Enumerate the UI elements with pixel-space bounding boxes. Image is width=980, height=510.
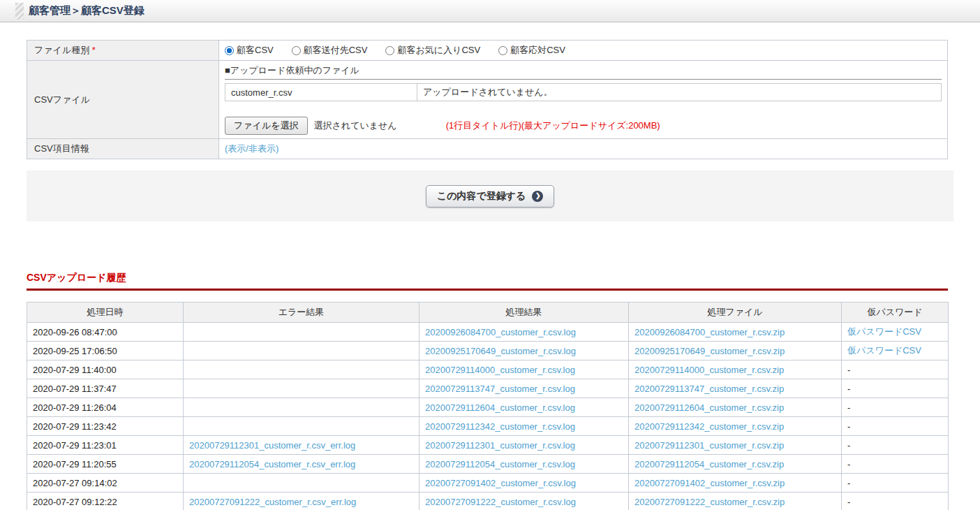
history-section-title: CSVアップロード履歴 <box>27 272 948 284</box>
history-title-rule <box>27 289 948 291</box>
history-row: 2020-09-25 17:06:5020200925170649_custom… <box>27 342 949 360</box>
radio-option-label: 顧客送付先CSV <box>304 44 368 57</box>
cell-process-result: 20200729112054_customer_r.csv.log <box>420 455 629 474</box>
upload-history-table: 処理日時エラー結果処理結果処理ファイル仮パスワード 2020-09-26 08:… <box>27 302 949 510</box>
cell-temp-password: - <box>842 493 949 510</box>
cell-processed-datetime: 2020-07-29 11:23:01 <box>27 436 184 455</box>
cell-process-file-link[interactable]: 20200729112301_customer_r.csv.zip <box>634 440 784 451</box>
file-type-label-cell: ファイル種別 * <box>27 41 219 61</box>
cell-error-result <box>184 342 420 360</box>
cell-processed-datetime: 2020-07-27 09:12:22 <box>27 493 184 510</box>
pending-upload-header: ■アップロード依頼中のファイル <box>225 64 942 80</box>
cell-error-result-link[interactable]: 20200729112054_customer_r.csv_err.log <box>189 459 355 469</box>
cell-temp-password: 仮パスワードCSV <box>842 342 949 360</box>
cell-process-file-link[interactable]: 20200926084700_customer_r.csv.zip <box>634 327 785 337</box>
history-header-row: 処理日時エラー結果処理結果処理ファイル仮パスワード <box>27 303 949 323</box>
cell-error-result-link[interactable]: 20200729112301_customer_r.csv_err.log <box>189 440 355 451</box>
cell-temp-password-link[interactable]: 仮パスワードCSV <box>847 345 921 356</box>
cell-processed-datetime: 2020-07-29 11:37:47 <box>27 379 184 398</box>
radio-unchecked-icon[interactable] <box>385 46 394 55</box>
cell-error-result: 20200729112054_customer_r.csv_err.log <box>184 455 420 474</box>
cell-temp-password: - <box>842 398 949 417</box>
pending-file-row: customer_r.csv アップロードされていません。 <box>225 84 942 101</box>
pending-file-status: アップロードされていません。 <box>417 84 942 101</box>
file-type-option-3[interactable]: 顧客お気に入りCSV <box>385 44 480 57</box>
cell-process-file: 20200729112054_customer_r.csv.zip <box>629 455 842 474</box>
cell-error-result: 20200727091222_customer_r.csv_err.log <box>184 493 420 510</box>
cell-process-file-link[interactable]: 20200729113747_customer_r.csv.zip <box>634 384 784 394</box>
file-type-radio-group: 顧客CSV顧客送付先CSV顧客お気に入りCSV顧客応対CSV <box>225 44 942 57</box>
history-column-header-2: エラー結果 <box>184 303 420 323</box>
csv-upload-form: ファイル種別 * 顧客CSV顧客送付先CSV顧客お気に入りCSV顧客応対CSV … <box>27 40 948 159</box>
cell-process-file: 20200727091222_customer_r.csv.zip <box>629 493 842 510</box>
cell-process-file-link[interactable]: 20200925170649_customer_r.csv.zip <box>634 346 785 356</box>
submit-band: この内容で登録する ❯ <box>27 170 953 221</box>
file-type-option-4[interactable]: 顧客応対CSV <box>498 44 565 57</box>
cell-process-file-link[interactable]: 20200729112604_customer_r.csv.zip <box>634 402 784 413</box>
cell-process-file-link[interactable]: 20200727091222_customer_r.csv.zip <box>634 497 785 507</box>
history-row: 2020-07-27 09:12:2220200727091222_custom… <box>27 493 949 510</box>
cell-error-result <box>184 360 420 379</box>
file-type-option-2[interactable]: 顧客送付先CSV <box>292 44 368 57</box>
cell-process-file-link[interactable]: 20200727091402_customer_r.csv.zip <box>634 478 785 488</box>
history-column-header-1: 処理日時 <box>27 303 184 323</box>
cell-processed-datetime: 2020-09-26 08:47:00 <box>27 323 184 342</box>
cell-process-file: 20200729112301_customer_r.csv.zip <box>629 436 842 455</box>
show-hide-toggle-link[interactable]: (表示/非表示) <box>225 143 279 154</box>
csv-item-info-label: CSV項目情報 <box>34 143 89 154</box>
upload-size-note: (1行目タイトル行)(最大アップロードサイズ:200MB) <box>446 119 660 132</box>
cell-process-result-link[interactable]: 20200729112054_customer_r.csv.log <box>425 459 575 469</box>
radio-unchecked-icon[interactable] <box>498 46 507 55</box>
page-header: 顧客管理＞顧客CSV登録 <box>0 0 980 22</box>
history-row: 2020-09-26 08:47:0020200926084700_custom… <box>27 323 949 342</box>
cell-temp-password: - <box>842 379 949 398</box>
cell-error-result-link[interactable]: 20200727091222_customer_r.csv_err.log <box>189 497 356 507</box>
radio-option-label: 顧客応対CSV <box>510 44 565 57</box>
cell-processed-datetime: 2020-07-27 09:14:02 <box>27 474 184 493</box>
cell-process-result: 20200727091402_customer_r.csv.log <box>420 474 629 493</box>
cell-process-result: 20200729112301_customer_r.csv.log <box>420 436 629 455</box>
cell-temp-password-link[interactable]: 仮パスワードCSV <box>847 326 921 337</box>
cell-temp-password: - <box>842 455 949 474</box>
history-row: 2020-07-29 11:23:0120200729112301_custom… <box>27 436 949 455</box>
cell-process-result-link[interactable]: 20200727091402_customer_r.csv.log <box>425 478 576 488</box>
cell-processed-datetime: 2020-07-29 11:20:55 <box>27 455 184 474</box>
cell-error-result: 20200729112301_customer_r.csv_err.log <box>184 436 420 455</box>
csv-file-content-cell: ■アップロード依頼中のファイル customer_r.csv アップロードされて… <box>219 61 948 139</box>
file-type-label: ファイル種別 <box>34 45 89 55</box>
cell-process-result-link[interactable]: 20200729114000_customer_r.csv.log <box>425 365 575 375</box>
radio-checked-icon[interactable] <box>225 46 234 55</box>
cell-process-result-link[interactable]: 20200729112301_customer_r.csv.log <box>425 440 575 451</box>
cell-error-result <box>184 474 420 493</box>
cell-process-result-link[interactable]: 20200926084700_customer_r.csv.log <box>425 327 576 337</box>
cell-process-result-link[interactable]: 20200729113747_customer_r.csv.log <box>425 384 575 394</box>
csv-file-label-cell: CSVファイル <box>27 61 219 139</box>
arrow-circle-icon: ❯ <box>532 191 543 202</box>
cell-process-file: 20200727091402_customer_r.csv.zip <box>629 474 842 493</box>
cell-process-file-link[interactable]: 20200729114000_customer_r.csv.zip <box>634 365 784 375</box>
cell-process-file-link[interactable]: 20200729112054_customer_r.csv.zip <box>634 459 784 469</box>
breadcrumb: 顧客管理＞顧客CSV登録 <box>29 4 144 17</box>
file-type-row: ファイル種別 * 顧客CSV顧客送付先CSV顧客お気に入りCSV顧客応対CSV <box>27 41 948 61</box>
file-type-option-1[interactable]: 顧客CSV <box>225 44 274 57</box>
register-button[interactable]: この内容で登録する ❯ <box>426 185 555 207</box>
choose-file-button[interactable]: ファイルを選択 <box>225 117 308 135</box>
cell-process-result-link[interactable]: 20200729112342_customer_r.csv.log <box>425 421 575 432</box>
cell-process-result: 20200729114000_customer_r.csv.log <box>420 360 629 379</box>
cell-process-file-link[interactable]: 20200729112342_customer_r.csv.zip <box>634 421 784 432</box>
history-column-header-4: 処理ファイル <box>629 303 842 323</box>
cell-process-result-link[interactable]: 20200727091222_customer_r.csv.log <box>425 497 576 507</box>
required-asterisk: * <box>92 45 96 55</box>
radio-option-label: 顧客お気に入りCSV <box>397 44 480 57</box>
history-column-header-3: 処理結果 <box>420 303 629 323</box>
history-row: 2020-07-29 11:37:4720200729113747_custom… <box>27 379 949 398</box>
cell-processed-datetime: 2020-07-29 11:23:42 <box>27 417 184 436</box>
radio-unchecked-icon[interactable] <box>292 46 301 55</box>
cell-process-file: 20200729112604_customer_r.csv.zip <box>629 398 842 417</box>
cell-process-result-link[interactable]: 20200729112604_customer_r.csv.log <box>425 402 575 413</box>
cell-error-result <box>184 417 420 436</box>
cell-error-result <box>184 323 420 342</box>
cell-process-result-link[interactable]: 20200925170649_customer_r.csv.log <box>425 346 576 356</box>
history-row: 2020-07-29 11:40:0020200729114000_custom… <box>27 360 949 379</box>
cell-error-result <box>184 379 420 398</box>
